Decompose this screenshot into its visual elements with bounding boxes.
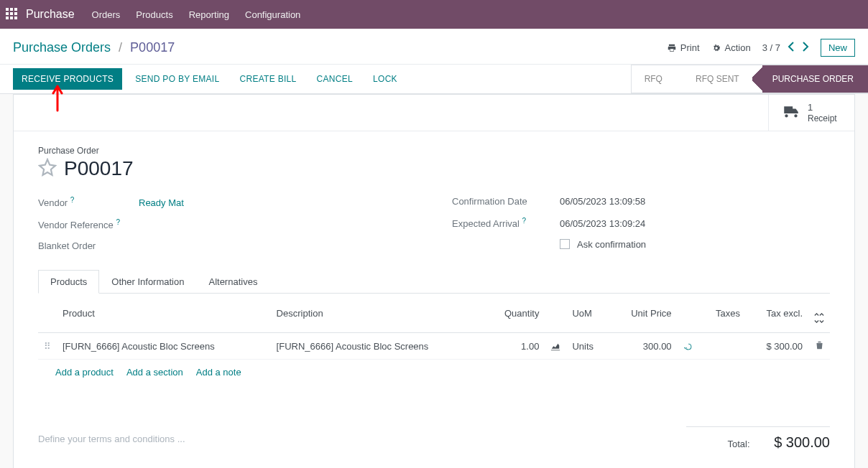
- record-title: P00017: [64, 157, 134, 180]
- send-po-email-button[interactable]: SEND PO BY EMAIL: [128, 68, 226, 90]
- pager: 3 / 7: [762, 42, 809, 54]
- form-sheet: 1 Receipt Purchase Order P00017: [13, 94, 855, 468]
- line-product[interactable]: [FURN_6666] Acoustic Bloc Screens: [57, 333, 271, 360]
- control-panel: Purchase Orders / P00017 Print Action 3 …: [0, 29, 868, 94]
- app-brand[interactable]: Purchase: [26, 8, 75, 21]
- col-tax-excl: Tax excl.: [746, 294, 808, 333]
- drag-handle-icon[interactable]: ⠿: [44, 341, 51, 352]
- line-taxes[interactable]: [699, 333, 746, 360]
- vendor-value[interactable]: Ready Mat: [139, 197, 184, 208]
- action-buttons: RECEIVE PRODUCTS SEND PO BY EMAIL CREATE…: [0, 65, 417, 93]
- menu-configuration[interactable]: Configuration: [245, 9, 300, 20]
- line-tax-excl: $ 300.00: [746, 333, 808, 360]
- receipt-stat-button[interactable]: 1 Receipt: [768, 95, 854, 131]
- vendor-label: Vendor ?: [38, 196, 139, 208]
- button-box: 1 Receipt: [14, 95, 854, 131]
- help-icon[interactable]: ?: [70, 196, 75, 204]
- pager-value: 3 / 7: [762, 42, 780, 53]
- total-label: Total:: [727, 439, 749, 449]
- print-button[interactable]: Print: [667, 42, 700, 53]
- col-description: Description: [271, 294, 485, 333]
- statusbar: RFQ RFQ SENT PURCHASE ORDER: [631, 65, 868, 93]
- receipt-label: Receipt: [808, 113, 837, 123]
- line-uom[interactable]: Units: [566, 333, 609, 360]
- table-row[interactable]: ⠿ [FURN_6666] Acoustic Bloc Screens [FUR…: [38, 333, 830, 360]
- vendor-ref-label: Vendor Reference ?: [38, 218, 139, 230]
- col-taxes: Taxes: [699, 294, 746, 333]
- breadcrumb-parent[interactable]: Purchase Orders: [13, 40, 111, 55]
- totals: Total: $ 300.00: [686, 426, 830, 451]
- tab-alternatives[interactable]: Alternatives: [196, 270, 269, 294]
- help-icon[interactable]: ?: [522, 217, 527, 225]
- reset-price-icon[interactable]: [683, 340, 693, 351]
- status-rfq-sent[interactable]: RFQ SENT: [675, 65, 752, 93]
- action-button[interactable]: Action: [711, 42, 751, 53]
- pager-next[interactable]: [802, 42, 809, 54]
- line-quantity[interactable]: 1.00: [484, 333, 545, 360]
- add-note-link[interactable]: Add a note: [196, 367, 241, 378]
- line-unit-price[interactable]: 300.00: [609, 333, 678, 360]
- gear-icon: [711, 43, 721, 53]
- title-label: Purchase Order: [38, 146, 830, 156]
- main-menubar: Purchase Orders Products Reporting Confi…: [0, 0, 868, 29]
- cancel-button[interactable]: CANCEL: [310, 68, 360, 90]
- col-product: Product: [57, 294, 271, 333]
- status-rfq[interactable]: RFQ: [631, 65, 675, 93]
- pager-prev[interactable]: [788, 42, 795, 54]
- new-button[interactable]: New: [821, 39, 855, 57]
- terms-placeholder[interactable]: Define your terms and conditions ...: [38, 423, 185, 444]
- add-line-links: Add a product Add a section Add a note: [38, 360, 830, 421]
- col-quantity: Quantity: [484, 294, 545, 333]
- create-bill-button[interactable]: CREATE BILL: [232, 68, 303, 90]
- receive-products-button[interactable]: RECEIVE PRODUCTS: [13, 68, 122, 90]
- delete-line-icon[interactable]: [815, 341, 824, 352]
- ask-confirmation-checkbox[interactable]: [560, 239, 570, 249]
- order-lines-table: Product Description Quantity UoM Unit Pr…: [38, 294, 830, 360]
- notebook-tabs: Products Other Information Alternatives: [38, 270, 830, 294]
- menu-products[interactable]: Products: [136, 9, 172, 20]
- receipt-count: 1: [808, 102, 837, 113]
- confirmation-date-value: 06/05/2023 13:09:58: [560, 196, 645, 207]
- lock-button[interactable]: LOCK: [366, 68, 405, 90]
- menu-reporting[interactable]: Reporting: [189, 9, 229, 20]
- forecast-icon[interactable]: [550, 340, 560, 351]
- blanket-order-label: Blanket Order: [38, 240, 139, 251]
- confirmation-date-label: Confirmation Date: [452, 196, 560, 207]
- tab-products[interactable]: Products: [38, 270, 99, 294]
- help-icon[interactable]: ?: [116, 218, 120, 226]
- total-value: $ 300.00: [774, 434, 830, 450]
- col-unit-price: Unit Price: [609, 294, 678, 333]
- breadcrumb: Purchase Orders / P00017: [13, 40, 175, 55]
- col-uom: UoM: [566, 294, 609, 333]
- menu-orders[interactable]: Orders: [92, 9, 121, 20]
- ask-confirmation-label: Ask confirmation: [577, 239, 646, 250]
- favorite-star-icon[interactable]: [38, 158, 57, 179]
- apps-icon[interactable]: [6, 8, 19, 21]
- status-purchase-order[interactable]: PURCHASE ORDER: [752, 65, 868, 93]
- print-icon: [667, 43, 677, 53]
- add-section-link[interactable]: Add a section: [126, 367, 183, 378]
- tab-other-information[interactable]: Other Information: [99, 270, 196, 294]
- add-product-link[interactable]: Add a product: [55, 367, 114, 378]
- expected-arrival-label: Expected Arrival ?: [452, 217, 560, 229]
- breadcrumb-current: P00017: [130, 40, 175, 55]
- truck-icon: [782, 103, 800, 122]
- optional-columns-icon[interactable]: [814, 302, 824, 325]
- expected-arrival-value[interactable]: 06/05/2023 13:09:24: [560, 218, 645, 229]
- line-description[interactable]: [FURN_6666] Acoustic Bloc Screens: [271, 333, 485, 360]
